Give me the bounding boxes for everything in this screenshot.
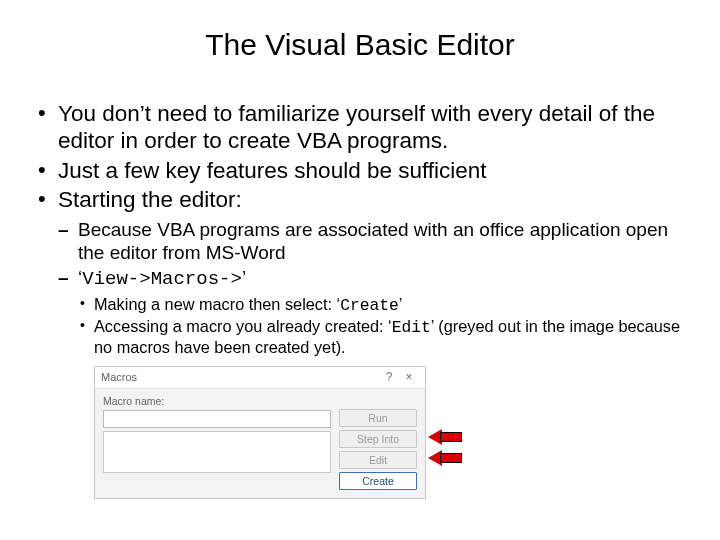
bullet-list-level3: Making a new macro then select: ‘Create’…: [78, 295, 684, 358]
bullet-list-level2: Because VBA programs are associated with…: [58, 218, 684, 358]
macro-name-input[interactable]: [103, 410, 331, 428]
dialog-body: Macro name: Run Step Into Edit Create: [95, 389, 425, 498]
text: ’: [399, 295, 403, 313]
dialog-titlebar: Macros ? ×: [95, 367, 425, 389]
menu-path-code: View->Macros->: [82, 268, 242, 290]
bullet-item: Starting the editor: Because VBA program…: [36, 186, 684, 358]
macros-dialog: Macros ? × Macro name: Run Step Into Edi…: [94, 366, 426, 499]
red-arrow-edit: [428, 430, 462, 444]
create-button[interactable]: Create: [339, 472, 417, 490]
bullet-item: Just a few key features should be suffic…: [36, 157, 684, 184]
text: Making a new macro then select: ‘: [94, 295, 340, 313]
dialog-title: Macros: [101, 371, 379, 383]
subsubbullet-item: Accessing a macro you already created: ‘…: [78, 317, 684, 358]
macro-name-label: Macro name:: [103, 395, 331, 407]
text: Accessing a macro you already created: ‘: [94, 317, 392, 335]
macros-dialog-screenshot: Macros ? × Macro name: Run Step Into Edi…: [94, 366, 454, 499]
code-create: Create: [340, 296, 399, 315]
run-button[interactable]: Run: [339, 409, 417, 427]
quote-post: ’: [242, 267, 246, 288]
dialog-button-column: Run Step Into Edit Create: [339, 395, 417, 490]
subbullet-item: ‘View->Macros->’ Making a new macro then…: [58, 266, 684, 358]
subbullet-item: Because VBA programs are associated with…: [58, 218, 684, 264]
bullet-item: You don’t need to familiarize yourself w…: [36, 100, 684, 155]
bullet-list-level1: You don’t need to familiarize yourself w…: [36, 100, 684, 358]
code-edit: Edit: [392, 318, 431, 337]
red-arrow-create: [428, 451, 462, 465]
edit-button[interactable]: Edit: [339, 451, 417, 469]
subsubbullet-item: Making a new macro then select: ‘Create’: [78, 295, 684, 316]
dialog-left-pane: Macro name:: [103, 395, 331, 490]
close-icon[interactable]: ×: [399, 370, 419, 384]
macro-listbox[interactable]: [103, 431, 331, 473]
step-into-button[interactable]: Step Into: [339, 430, 417, 448]
help-icon[interactable]: ?: [379, 370, 399, 384]
page-title: The Visual Basic Editor: [36, 28, 684, 62]
slide: The Visual Basic Editor You don’t need t…: [0, 0, 720, 540]
bullet-text: Starting the editor:: [58, 187, 242, 212]
